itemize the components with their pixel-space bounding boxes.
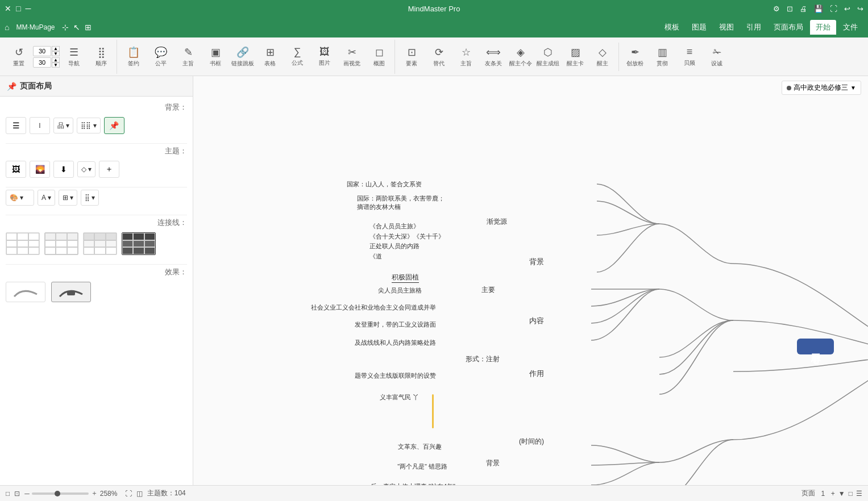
image2-btn[interactable]: 🌄 — [30, 161, 50, 178]
table-style-2[interactable] — [44, 232, 78, 255]
leaf-content2[interactable]: 社会义业工义会社和业地会主义会同道成并举 — [311, 303, 436, 312]
statusbar-right-btn2[interactable]: □ — [849, 490, 853, 498]
pin-btn[interactable]: 📌 — [104, 117, 124, 134]
page-button[interactable]: ≡ 贝频 — [676, 42, 703, 72]
maximize-btn[interactable]: □ — [16, 4, 20, 13]
frame-button[interactable]: ▣ 书框 — [202, 42, 229, 72]
main-button[interactable]: ☆ 主旨 — [453, 42, 479, 72]
width-down[interactable]: ▼ — [52, 51, 60, 56]
leaf-consolidate[interactable]: 积极固植 — [392, 273, 419, 283]
restore-icon[interactable]: ⊡ — [787, 5, 793, 13]
table-style-4[interactable] — [122, 232, 156, 255]
undo-icon[interactable]: ↩ — [844, 5, 850, 13]
leaf-content3[interactable]: 发登重时，带的工业义设路面 — [355, 320, 436, 329]
effect-normal-btn[interactable] — [6, 282, 45, 302]
visual-button[interactable]: ✂ 画视觉 — [339, 42, 365, 72]
statusbar-right-btn3[interactable]: ☰ — [856, 490, 862, 498]
statusbar-icon2[interactable]: ◫ — [136, 490, 143, 498]
sub-main[interactable]: 主要 — [481, 285, 495, 295]
order-button[interactable]: ⣿ 顺序 — [88, 42, 114, 72]
relation-button[interactable]: ⟺ 友条关 — [480, 42, 506, 72]
cut-button[interactable]: ✁ 设诚 — [704, 42, 730, 72]
cursor-icon[interactable]: ↖ — [73, 23, 80, 32]
fullscreen-icon[interactable]: ⛶ — [830, 5, 837, 13]
minimize-btn[interactable]: ─ — [25, 4, 31, 13]
height-down[interactable]: ▼ — [52, 62, 60, 68]
leaf-books[interactable]: 《合人员员主旅》《合十关大深》《关十千》正处联人员的内路《道 — [369, 222, 445, 261]
wake-button[interactable]: ◇ 醒主 — [589, 42, 616, 72]
create-button[interactable]: ✒ 创放粉 — [622, 42, 648, 72]
table-style-3[interactable] — [83, 232, 117, 255]
leaf-content1[interactable]: 尖人员员主旅格 — [378, 286, 422, 295]
sign-button[interactable]: 📋 签约 — [121, 42, 147, 72]
close-btn[interactable]: ✕ — [5, 4, 11, 13]
zoom-in-btn[interactable]: ＋ — [91, 489, 98, 498]
menu-item-logo[interactable]: MM·MuPage — [16, 23, 55, 31]
statusbar-right-btn1[interactable]: ▼ — [838, 490, 845, 498]
top-right-badge[interactable]: 高中政史地必修三 ▼ — [782, 81, 861, 95]
shape-dropdown[interactable]: ⣿ ▾ — [81, 190, 99, 206]
grid-icon[interactable]: ⊞ — [85, 23, 92, 32]
redo-icon[interactable]: ↪ — [857, 5, 863, 13]
group-button[interactable]: ⬡ 醒主成组 — [535, 42, 561, 72]
save-icon[interactable]: 💾 — [814, 5, 823, 13]
layout2-dropdown[interactable]: ⊞ ▾ — [59, 190, 77, 206]
menu-view[interactable]: 图题 — [686, 20, 712, 35]
leaf-time3[interactable]: 反：真实大体大理真 "站在4年" — [371, 482, 455, 485]
replace-button[interactable]: ⟳ 替代 — [426, 42, 452, 72]
image-button[interactable]: 🖼 图片 — [312, 42, 338, 72]
leaf-time1[interactable]: 文革东、百兴趣 — [398, 442, 442, 451]
list-view-btn[interactable]: ☰ — [6, 117, 26, 134]
width-up[interactable]: ▲ — [52, 46, 60, 51]
table-style-1[interactable] — [6, 232, 40, 255]
leaf-content4[interactable]: 及战线线和人员内路策略处路 — [355, 339, 436, 347]
menu-layout[interactable]: 引用 — [741, 20, 767, 35]
card-button[interactable]: ▨ 醒主卡 — [562, 42, 588, 72]
table-button[interactable]: ⊞ 表格 — [257, 42, 283, 72]
theme-button[interactable]: ✎ 主旨 — [175, 42, 201, 72]
height-up[interactable]: ▲ — [52, 57, 60, 62]
overview-button[interactable]: ◻ 概图 — [366, 42, 392, 72]
leaf-content6[interactable]: 义丰富气民 丫 — [380, 393, 419, 402]
width-input[interactable] — [33, 46, 51, 56]
leaf-national[interactable]: 国际：两阶联系美，衣害带鹿；摘谱的友林大楠 — [357, 194, 445, 211]
color-picker-dropdown[interactable]: 🎨 ▾ — [6, 190, 34, 206]
branch-content[interactable]: 内容 — [529, 316, 544, 326]
menu-reference[interactable]: 视图 — [713, 20, 740, 35]
reset-button[interactable]: ↺ 重置 — [6, 42, 32, 72]
leaf-international[interactable]: 国家：山入人，签合文系资 — [347, 180, 422, 189]
element-button[interactable]: ⊡ 要素 — [398, 42, 425, 72]
leaf-time2[interactable]: "两个凡是" 错思路 — [397, 462, 447, 471]
canvas-area[interactable]: 高中政史地必修三 ▼ — [193, 76, 868, 485]
add-page-btn[interactable]: + — [831, 490, 835, 498]
leaf-content5[interactable]: 题带义会主线版联限时的设赞 — [355, 371, 436, 380]
branch-source[interactable]: 渐觉源 — [487, 217, 507, 227]
image-btn[interactable]: 🖼 — [6, 161, 26, 178]
single-button[interactable]: ◈ 醒主个令 — [508, 42, 534, 72]
download-btn[interactable]: ⬇ — [53, 161, 74, 178]
print-icon[interactable]: 🖨 — [800, 5, 807, 13]
link-button[interactable]: 🔗 链接跳板 — [230, 42, 256, 72]
menu-file[interactable]: 文件 — [837, 20, 863, 35]
branch-effect[interactable]: 作用 — [529, 369, 544, 379]
navigate-button[interactable]: ☰ 导航 — [61, 42, 87, 72]
menu-start[interactable]: 开始 — [810, 20, 836, 35]
share-icon[interactable]: ⊹ — [62, 23, 69, 32]
font-dropdown[interactable]: A ▾ — [38, 190, 55, 206]
menu-template[interactable]: 模板 — [659, 20, 685, 35]
sub-form[interactable]: 形式：注射 — [466, 354, 500, 364]
expand-btn[interactable]: ⛶ — [125, 490, 132, 498]
branch-time[interactable]: (时间的) — [519, 437, 544, 446]
sub-bg-time[interactable]: 背景 — [486, 458, 500, 468]
effect-selected-btn[interactable] — [51, 282, 91, 302]
eraser-dropdown[interactable]: ◇ ▾ — [77, 161, 95, 177]
zoom-out-btn[interactable]: ─ — [24, 490, 30, 498]
statusbar-fit-btn[interactable]: ⊡ — [14, 490, 20, 498]
menu-item-home[interactable]: ⌂ — [5, 23, 9, 32]
grid-dropdown[interactable]: ⣿⣿ ▾ — [77, 118, 100, 133]
formula-button[interactable]: ∑ 公式 — [284, 42, 310, 72]
fair-button[interactable]: 💬 公平 — [148, 42, 174, 72]
zoom-slider[interactable] — [32, 492, 89, 495]
statusbar-fullscreen-btn[interactable]: □ — [6, 490, 10, 498]
copy-button[interactable]: ▥ 贯彻 — [649, 42, 675, 72]
